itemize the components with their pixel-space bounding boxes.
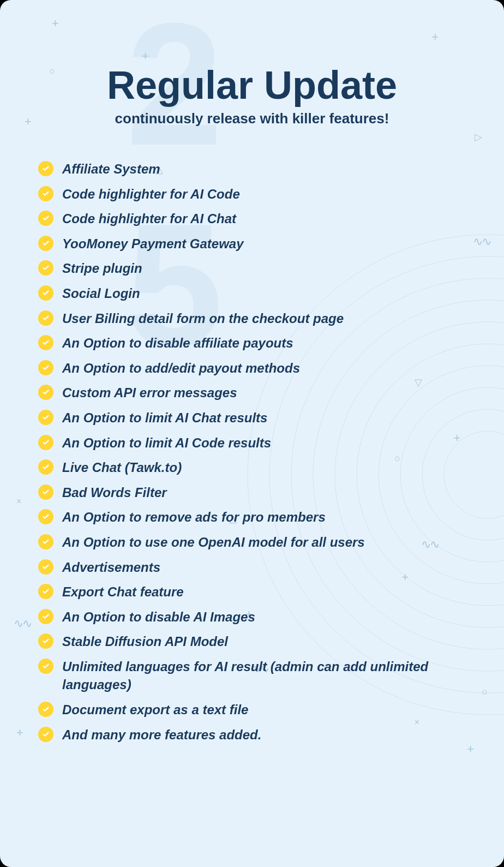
- deco-circle-icon: ○: [0, 278, 1, 290]
- card-subtitle: continuously release with killer feature…: [38, 110, 466, 127]
- feature-item: Advertisements: [38, 558, 466, 577]
- feature-text: Live Chat (Tawk.to): [62, 458, 182, 477]
- deco-plus-icon: +: [25, 115, 32, 129]
- feature-item: Live Chat (Tawk.to): [38, 458, 466, 477]
- feature-item: An Option to disable AI Images: [38, 608, 466, 626]
- feature-item: An Option to disable affiliate payouts: [38, 334, 466, 352]
- check-icon: [38, 609, 53, 624]
- feature-item: YooMoney Payment Gateway: [38, 235, 466, 253]
- feature-text: YooMoney Payment Gateway: [62, 235, 244, 253]
- check-icon: [38, 161, 53, 176]
- deco-plus-icon: +: [142, 49, 149, 63]
- deco-circle-icon: ○: [482, 686, 488, 698]
- deco-triangle-icon: ▷: [475, 131, 482, 143]
- feature-item: An Option to limit AI Code results: [38, 434, 466, 452]
- feature-text: Document export as a text file: [62, 701, 248, 719]
- feature-item: Stripe plugin: [38, 259, 466, 278]
- check-icon: [38, 727, 53, 742]
- feature-text: Social Login: [62, 284, 140, 303]
- feature-item: Custom API error messages: [38, 384, 466, 402]
- feature-item: Stable Diffusion API Model: [38, 632, 466, 651]
- check-icon: [38, 584, 53, 599]
- feature-text: Code highlighter for AI Chat: [62, 210, 236, 228]
- check-icon: [38, 534, 53, 549]
- feature-text: Stable Diffusion API Model: [62, 632, 228, 651]
- card-header: Regular Update continuously release with…: [38, 65, 466, 127]
- feature-list: Affiliate SystemCode highlighter for AI …: [38, 160, 466, 744]
- feature-text: And many more features added.: [62, 726, 261, 744]
- feature-text: Bad Words Filter: [62, 483, 167, 502]
- feature-text: An Option to add/edit payout methods: [62, 359, 300, 378]
- feature-item: Bad Words Filter: [38, 483, 466, 502]
- check-icon: [38, 435, 53, 450]
- feature-text: User Billing detail form on the checkout…: [62, 309, 344, 328]
- feature-item: Export Chat feature: [38, 583, 466, 601]
- check-icon: [38, 310, 53, 326]
- feature-text: An Option to use one OpenAI model for al…: [62, 533, 365, 552]
- feature-text: Export Chat feature: [62, 583, 184, 601]
- feature-text: An Option to disable AI Images: [62, 608, 255, 626]
- check-icon: [38, 659, 53, 674]
- check-icon: [38, 260, 53, 276]
- feature-text: An Option to disable affiliate payouts: [62, 334, 293, 352]
- feature-item: And many more features added.: [38, 726, 466, 744]
- feature-item: Affiliate System: [38, 160, 466, 178]
- deco-plus-icon: +: [16, 726, 23, 740]
- deco-x-icon: ×: [16, 497, 21, 506]
- check-icon: [38, 335, 53, 350]
- feature-text: An Option to limit AI Code results: [62, 434, 271, 452]
- feature-text: Code highlighter for AI Code: [62, 185, 240, 204]
- feature-text: Affiliate System: [62, 160, 160, 178]
- check-icon: [38, 633, 53, 649]
- check-icon: [38, 360, 53, 375]
- feature-item: User Billing detail form on the checkout…: [38, 309, 466, 328]
- feature-item: An Option to limit AI Chat results: [38, 409, 466, 427]
- deco-plus-icon: +: [52, 16, 59, 31]
- update-card: 2 5 + + ○ + + △ ▷ ∿∿ ○ ▽ + ○ × △ ∿∿ + + …: [0, 0, 504, 867]
- feature-text: Advertisements: [62, 558, 160, 577]
- deco-squiggle-icon: ∿∿: [473, 235, 490, 249]
- feature-text: An Option to remove ads for pro members: [62, 508, 326, 527]
- feature-item: Code highlighter for AI Code: [38, 185, 466, 204]
- check-icon: [38, 186, 53, 201]
- check-icon: [38, 459, 53, 475]
- deco-plus-icon: +: [467, 742, 474, 756]
- feature-item: An Option to add/edit payout methods: [38, 359, 466, 378]
- feature-item: Code highlighter for AI Chat: [38, 210, 466, 228]
- check-icon: [38, 211, 53, 226]
- feature-text: Unlimited languages for AI result (admin…: [62, 657, 466, 694]
- deco-plus-icon: +: [431, 30, 439, 44]
- deco-squiggle-icon: ∿∿: [14, 617, 31, 631]
- check-icon: [38, 236, 53, 251]
- check-icon: [38, 559, 53, 575]
- feature-item: An Option to use one OpenAI model for al…: [38, 533, 466, 552]
- feature-text: Stripe plugin: [62, 259, 142, 278]
- feature-text: Custom API error messages: [62, 384, 237, 402]
- card-title: Regular Update: [38, 65, 466, 105]
- feature-item: An Option to remove ads for pro members: [38, 508, 466, 527]
- check-icon: [38, 509, 53, 524]
- check-icon: [38, 285, 53, 301]
- feature-item: Unlimited languages for AI result (admin…: [38, 657, 466, 694]
- feature-item: Document export as a text file: [38, 701, 466, 719]
- check-icon: [38, 702, 53, 717]
- check-icon: [38, 385, 53, 400]
- check-icon: [38, 410, 53, 425]
- check-icon: [38, 485, 53, 500]
- feature-text: An Option to limit AI Chat results: [62, 409, 267, 427]
- feature-item: Social Login: [38, 284, 466, 303]
